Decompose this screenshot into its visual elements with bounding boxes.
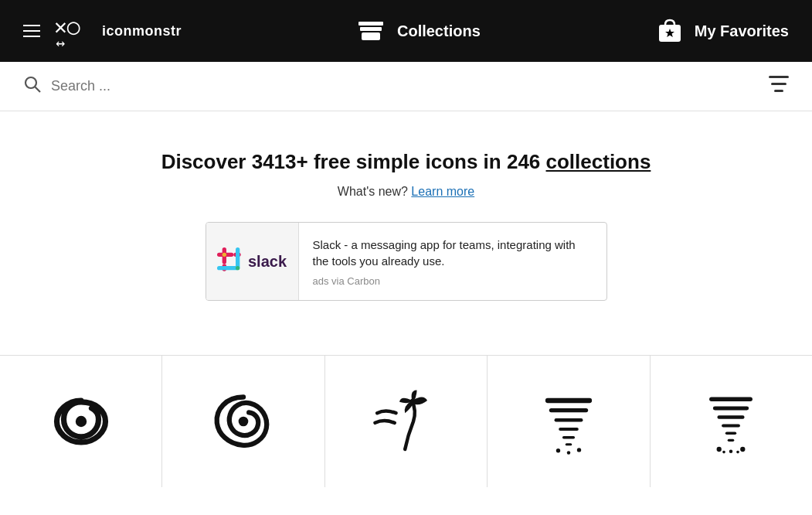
filter-icon[interactable] (769, 76, 789, 97)
icon-hurricane-2[interactable] (162, 356, 324, 487)
svg-point-31 (737, 451, 740, 454)
collections-icon (355, 15, 386, 46)
svg-rect-10 (771, 83, 787, 85)
slack-icon (217, 247, 245, 275)
svg-point-28 (729, 449, 733, 453)
svg-point-22 (76, 416, 87, 427)
svg-point-30 (723, 451, 726, 454)
svg-rect-20 (223, 253, 226, 257)
svg-text:↔: ↔ (56, 33, 65, 49)
collections-nav[interactable]: Collections (355, 15, 481, 46)
ad-text: Slack - a messaging app for teams, integ… (299, 226, 606, 298)
svg-point-29 (740, 447, 745, 452)
search-icon (23, 75, 42, 98)
svg-point-25 (567, 451, 571, 455)
search-input[interactable] (51, 78, 759, 94)
svg-rect-4 (362, 32, 380, 40)
svg-rect-11 (774, 90, 783, 92)
search-bar (0, 62, 812, 111)
svg-point-24 (556, 448, 560, 452)
slack-text: slack (248, 253, 287, 271)
svg-point-27 (717, 447, 722, 452)
icon-hurricane-1[interactable] (0, 356, 162, 487)
svg-rect-19 (217, 266, 224, 270)
ad-via: ads via Carbon (313, 275, 593, 287)
svg-rect-9 (769, 76, 789, 78)
menu-button[interactable] (23, 25, 40, 37)
logo-text: iconmonstr (102, 23, 182, 39)
ad-title: Slack - a messaging app for teams, integ… (313, 237, 593, 269)
icon-tornado-1[interactable] (488, 356, 650, 487)
favorites-nav[interactable]: My Favorites (654, 15, 789, 46)
header-left: ✕○ ↔ iconmonstr (23, 12, 182, 49)
collections-link[interactable]: collections (546, 150, 651, 173)
svg-line-8 (36, 87, 41, 92)
main-content: Discover 3413+ free simple icons in 246 … (0, 111, 812, 324)
icon-tornado-2[interactable] (651, 356, 812, 487)
learn-more-link[interactable]: Learn more (411, 185, 474, 198)
svg-point-23 (239, 417, 249, 427)
logo-icon: ✕○ ↔ (53, 12, 90, 49)
svg-rect-3 (360, 27, 382, 31)
hero-title: Discover 3413+ free simple icons in 246 … (15, 150, 797, 174)
tornado-2-icon (696, 387, 766, 456)
whats-new-text: What's new? Learn more (15, 185, 797, 199)
favorites-icon (654, 15, 685, 46)
favorites-label: My Favorites (695, 22, 789, 40)
tropical-storm-icon (372, 387, 441, 456)
collections-label: Collections (397, 22, 481, 40)
hurricane-1-icon (46, 387, 116, 456)
svg-rect-2 (358, 22, 383, 26)
svg-rect-21 (236, 266, 240, 270)
hurricane-2-icon (209, 387, 278, 456)
header: ✕○ ↔ iconmonstr Collections My Favorites (0, 0, 812, 62)
icons-grid (0, 355, 812, 487)
svg-rect-18 (236, 247, 240, 254)
ad-logo: slack (206, 223, 299, 300)
svg-point-7 (25, 77, 36, 88)
icon-tropical-storm[interactable] (325, 356, 488, 487)
svg-point-26 (577, 448, 581, 452)
ad-box[interactable]: slack Slack - a messaging app for teams,… (206, 222, 607, 301)
tornado-1-icon (534, 387, 603, 456)
